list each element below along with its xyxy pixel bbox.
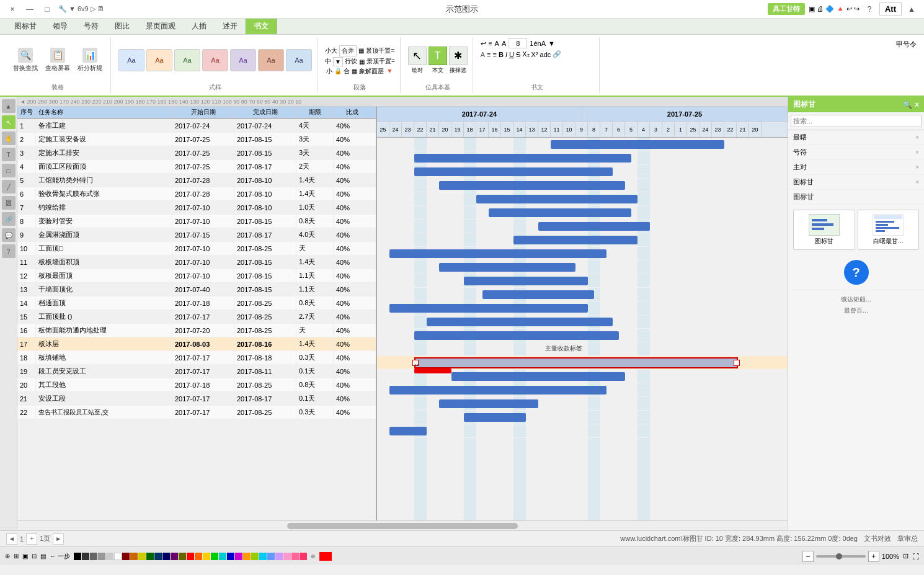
bar-19[interactable]: [389, 386, 606, 394]
underline-btn[interactable]: U: [509, 51, 514, 58]
table-row[interactable]: 8 变验对管安 2017-07-10 2017-08-15 0.8天 40%: [17, 215, 376, 228]
palette-verylightgray[interactable]: [106, 553, 113, 560]
bar-12[interactable]: [482, 290, 594, 299]
sidebar-text[interactable]: T: [2, 148, 16, 161]
zoom-thumb[interactable]: [836, 553, 842, 559]
palette-darkred[interactable]: [122, 553, 130, 560]
right-panel-search-btn[interactable]: 🔍: [903, 100, 912, 109]
select-tool[interactable]: ✱ 接择选: [449, 47, 468, 74]
help-button[interactable]: ?: [863, 3, 876, 16]
style-btn-1[interactable]: Aa: [118, 49, 144, 71]
palette-navy[interactable]: [154, 553, 162, 560]
table-row[interactable]: 21 安设工段 2017-07-17 2017-08-17 0.1天 40%: [17, 392, 376, 406]
palette-blue[interactable]: [227, 553, 234, 560]
palette-rose[interactable]: [300, 553, 307, 560]
bar-20[interactable]: [439, 399, 538, 408]
bar-1[interactable]: [551, 140, 724, 149]
table-row[interactable]: 15 工面顶批 () 2017-07-17 2017-08-25 2.7天 40…: [17, 310, 376, 324]
bar-2[interactable]: [414, 154, 631, 163]
italic-btn[interactable]: I: [505, 51, 507, 58]
table-row[interactable]: 2 定施工装安备设 2017-07-25 2017-08-15 3天 40%: [17, 133, 376, 146]
bar-10[interactable]: [439, 263, 575, 272]
palette-darkgray[interactable]: [82, 553, 89, 560]
bar-left-handle[interactable]: ↔: [412, 360, 419, 366]
table-row[interactable]: 3 定施水工排安 2017-07-25 2017-08-15 3天 40%: [17, 146, 376, 160]
tab-picture[interactable]: 图比: [107, 18, 138, 34]
table-row[interactable]: 12 板板最面顶 2017-07-10 2017-08-15 1.1天 40%: [17, 269, 376, 283]
current-color[interactable]: [319, 552, 332, 561]
list-view-btn[interactable]: ▤: [40, 553, 46, 559]
table-row[interactable]: 7 钓竣给排 2017-07-10 2017-08-10 1.0天 40%: [17, 201, 376, 215]
shape-white-bg[interactable]: 白曙最甘...: [858, 210, 920, 250]
highlight-btn[interactable]: ≡: [487, 51, 491, 58]
tab-view[interactable]: 景页面观: [138, 18, 184, 34]
max-button[interactable]: □: [41, 3, 53, 16]
bar-right-handle[interactable]: [734, 360, 740, 366]
table-row[interactable]: 22 查告书工报段员工站至,交 2017-07-17 2017-08-25 0.…: [17, 406, 376, 419]
bar-22[interactable]: [389, 427, 427, 435]
add-page-btn[interactable]: +: [26, 533, 37, 545]
bar-8[interactable]: [513, 236, 637, 244]
zoom-in-btn[interactable]: +: [868, 551, 879, 562]
help-circle-btn[interactable]: ?: [844, 260, 869, 285]
view-toggle-1[interactable]: 文书对效: [864, 534, 891, 543]
tab-gantt[interactable]: 图标甘: [6, 18, 45, 34]
selected-bar-17[interactable]: ↔: [414, 357, 738, 368]
palette-lavender[interactable]: [275, 553, 283, 560]
table-row[interactable]: 11 板板墙面积顶 2017-07-10 2017-08-15 1.4天 40%: [17, 256, 376, 269]
table-row[interactable]: 13 干墙面顶化 2017-07-40 2017-08-15 1.1天 40%: [17, 283, 376, 296]
sidebar-line[interactable]: ╱: [2, 180, 16, 194]
palette-lime[interactable]: [251, 553, 259, 560]
bar-3[interactable]: [414, 167, 613, 176]
prev-page-btn[interactable]: ◄: [6, 533, 17, 545]
right-panel-search-input[interactable]: [791, 115, 922, 127]
zoom-out-btn[interactable]: −: [802, 551, 814, 562]
text-tool[interactable]: T 本文: [429, 47, 447, 74]
bar-4[interactable]: [439, 181, 625, 190]
style-btn-4[interactable]: Aa: [202, 49, 228, 71]
tab-symbol[interactable]: 号符: [76, 18, 107, 34]
layers-btn[interactable]: ⊕: [5, 553, 10, 559]
fit-page-btn[interactable]: ⊡: [903, 552, 908, 560]
view-btn[interactable]: ⊡: [32, 553, 37, 559]
next-page-btn[interactable]: ►: [53, 533, 64, 545]
rules-btn[interactable]: 📊 析分析规: [74, 46, 105, 74]
sidebar-link[interactable]: 🔗: [2, 212, 16, 226]
filter-item-gantt[interactable]: 图标甘 ×: [788, 175, 924, 190]
h-scroll-thumb[interactable]: [287, 523, 517, 529]
palette-hotpink[interactable]: [291, 553, 299, 560]
fullscreen-btn[interactable]: ⛶: [912, 553, 919, 560]
tab-insert[interactable]: 人插: [184, 18, 215, 34]
tab-lead[interactable]: 领导: [45, 18, 76, 34]
view-toggle-2[interactable]: 章审总: [897, 534, 918, 543]
palette-lightblue[interactable]: [267, 553, 275, 560]
sub-btn[interactable]: X₂: [522, 50, 529, 58]
bar-13[interactable]: [389, 304, 588, 313]
filter-remove-1[interactable]: ×: [915, 134, 919, 141]
shape-gantt[interactable]: 图标甘: [793, 210, 855, 250]
style-btn-3[interactable]: Aa: [174, 49, 200, 71]
font-color-btn[interactable]: A: [481, 51, 485, 58]
filter-remove-4[interactable]: ×: [915, 179, 919, 185]
code-btn[interactable]: adc: [540, 51, 551, 58]
font-size-input[interactable]: 8: [509, 38, 527, 48]
sidebar-arrow-up[interactable]: ▲: [2, 99, 16, 113]
more-colors-label[interactable]: ⊕: [311, 553, 316, 559]
filter-item-shu[interactable]: 最曙 ×: [788, 130, 924, 145]
palette-orange[interactable]: [195, 553, 202, 560]
h-scrollbar[interactable]: [17, 520, 788, 530]
right-panel-close-btn[interactable]: ×: [915, 100, 919, 109]
zoom-slider[interactable]: [816, 555, 866, 558]
palette-black[interactable]: [74, 553, 81, 560]
palette-pink[interactable]: [283, 553, 291, 560]
palette-olive[interactable]: [138, 553, 146, 560]
sidebar-shape[interactable]: □: [2, 164, 16, 177]
palette-yellow[interactable]: [203, 553, 210, 560]
sup-btn[interactable]: X²: [531, 51, 538, 58]
back-btn[interactable]: ← 一步: [50, 552, 70, 561]
ribbon-minimize[interactable]: ▲: [905, 3, 918, 16]
close-button[interactable]: ×: [6, 3, 19, 16]
sidebar-comment[interactable]: 💬: [2, 228, 16, 242]
table-row-selected[interactable]: 17 板冰层 2017-08-03 2017-08-16 1.4天 40%: [17, 337, 376, 351]
bar-6[interactable]: [489, 208, 631, 217]
